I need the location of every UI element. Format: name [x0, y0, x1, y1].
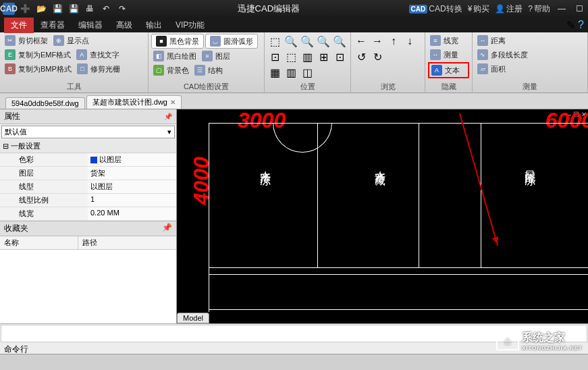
pos-btn-10[interactable]: ⊡ — [332, 49, 347, 64]
menu-vip[interactable]: VIP功能 — [169, 18, 211, 33]
help2-icon[interactable]: ? — [578, 19, 584, 32]
group-measure-label: 测量 — [475, 81, 585, 92]
fav-title: 收藏夹 — [4, 223, 28, 234]
model-tab[interactable]: Model — [177, 313, 209, 323]
cad-convert-link[interactable]: CAD CAD转换 — [409, 3, 462, 15]
pos-btn-7[interactable]: ⬚ — [284, 49, 298, 64]
close-tab-icon[interactable]: ✕ — [170, 99, 176, 106]
fav-col-path[interactable]: 路径 — [78, 236, 101, 249]
pos-btn-3[interactable]: 🔍 — [300, 34, 315, 49]
show-points-button[interactable]: ⊕显示点 — [51, 34, 91, 47]
bgcolor-icon: ▢ — [153, 65, 164, 76]
maximize-icon[interactable]: ☐ — [573, 3, 585, 15]
copy-emf-button[interactable]: E复制为EMF格式 — [3, 48, 73, 61]
structure-button[interactable]: ☰结构 — [192, 63, 225, 77]
prop-lineweight[interactable]: 线宽0.20 MM — [0, 207, 176, 221]
help-link[interactable]: ? 帮助 — [528, 3, 550, 15]
trim-clip-button[interactable]: □修剪光栅 — [75, 62, 122, 76]
pos-btn-6[interactable]: ⊡ — [267, 49, 282, 64]
minimize-icon[interactable]: — — [556, 3, 568, 15]
group-tools-label: 工具 — [3, 81, 145, 92]
redo-icon[interactable]: ↷ — [116, 3, 128, 15]
pos-btn-13[interactable]: ◫ — [300, 65, 315, 80]
pin2-icon[interactable]: 📌 — [162, 223, 172, 234]
black-bg-button[interactable]: ■黑色背景 — [151, 34, 204, 49]
distance-button[interactable]: ↔距离 — [475, 34, 585, 47]
measure-hide-button[interactable]: ↔测量 — [428, 48, 469, 61]
layers-button[interactable]: ≡图层 — [200, 49, 232, 63]
new-icon[interactable]: ➕ — [19, 3, 31, 15]
prop-linetype[interactable]: 线型以图层 — [0, 180, 176, 194]
structure-icon: ☰ — [194, 65, 205, 76]
buy-link[interactable]: ¥ 购买 — [468, 3, 490, 15]
menu-viewer[interactable]: 查看器 — [34, 18, 72, 33]
prop-color[interactable]: 色彩以图层 — [0, 153, 176, 167]
default-combo[interactable]: 默认值▾ — [1, 126, 175, 138]
nav-down[interactable]: ↓ — [402, 34, 417, 49]
emf-icon: E — [5, 49, 16, 60]
bw-plot-button[interactable]: ◧黑白绘图 — [151, 49, 198, 63]
text-button[interactable]: A文本 — [428, 62, 469, 78]
copy-bmp-button[interactable]: B复制为BMP格式 — [3, 62, 74, 76]
pos-btn-9[interactable]: ⊞ — [316, 49, 331, 64]
trim-icon: □ — [77, 63, 88, 74]
file-tab-2[interactable]: 某超市建筑设计图.dwg✕ — [86, 95, 182, 109]
pos-btn-1[interactable]: ⬚ — [267, 34, 282, 49]
title-bar: CAD ➕ 📂 💾 💾 🖶 ↶ ↷ 迅捷CAD编辑器 CAD CAD转换 ¥ 购… — [0, 0, 588, 18]
pos-btn-8[interactable]: ▥ — [300, 49, 315, 64]
find-text-button[interactable]: A查找文字 — [74, 48, 122, 61]
scissors-icon: ✂ — [5, 35, 16, 46]
area-button[interactable]: ▱面积 — [475, 62, 585, 76]
linewidth-button[interactable]: ≡线宽 — [428, 34, 469, 47]
menu-output[interactable]: 输出 — [139, 18, 169, 33]
undo-icon[interactable]: ↶ — [100, 3, 112, 15]
saveas-icon[interactable]: 💾 — [68, 3, 80, 15]
polyline-len-button[interactable]: ∿多段线长度 — [475, 48, 585, 61]
room-label-1: 水产冷冻 — [258, 162, 272, 167]
pos-btn-2[interactable]: 🔍 — [284, 34, 298, 49]
smooth-arc-button[interactable]: ◡圆滑弧形 — [205, 34, 258, 49]
rot-cw[interactable]: ↻ — [370, 49, 385, 64]
brush-icon[interactable]: ✎ — [566, 19, 575, 32]
group-drawcfg-label: CAD绘图设置 — [151, 81, 261, 92]
dim-6000: 6000 — [545, 109, 588, 133]
pline-icon: ∿ — [477, 49, 488, 60]
menu-advanced[interactable]: 高级 — [109, 18, 139, 33]
nav-right[interactable]: → — [370, 34, 385, 49]
pos-btn-12[interactable]: ▥ — [284, 65, 298, 80]
callout-arrow — [459, 113, 498, 246]
color-swatch — [90, 157, 97, 163]
pos-btn-11[interactable]: ▦ — [267, 65, 282, 80]
lw-icon: ≡ — [430, 35, 441, 46]
prop-layer[interactable]: 图层货架 — [0, 167, 176, 180]
prop-ltscale[interactable]: 线型比例1 — [0, 194, 176, 207]
area-icon: ▱ — [477, 63, 488, 74]
cut-frame-button[interactable]: ✂剪切框架 — [3, 34, 50, 47]
rot-ccw[interactable]: ↺ — [354, 49, 369, 64]
room-label-2: 水产冷藏 — [373, 162, 387, 167]
menu-file[interactable]: 文件 — [4, 18, 34, 33]
open-icon[interactable]: 📂 — [35, 3, 47, 15]
bw-icon: ◧ — [153, 51, 164, 61]
nav-up[interactable]: ↑ — [386, 34, 401, 49]
fav-col-name[interactable]: 名称 — [0, 236, 78, 249]
text-icon: A — [431, 65, 442, 76]
save-icon[interactable]: 💾 — [51, 3, 63, 15]
meas-icon: ↔ — [430, 49, 441, 60]
pos-btn-5[interactable]: 🔍 — [332, 34, 347, 49]
app-icon: CAD — [3, 3, 15, 15]
nav-left[interactable]: ← — [354, 34, 369, 49]
pos-btn-4[interactable]: 🔍 — [316, 34, 331, 49]
section-general[interactable]: ⊟ 一般设置 — [0, 140, 176, 153]
register-link[interactable]: 👤 注册 — [495, 3, 523, 15]
bg-color-button[interactable]: ▢背景色 — [151, 63, 191, 77]
group-browse-label: 浏览 — [354, 81, 422, 92]
pin-icon[interactable]: 📌 — [164, 113, 172, 120]
print-icon[interactable]: 🖶 — [84, 3, 96, 15]
cad-badge-icon: CAD — [409, 5, 428, 14]
menu-editor[interactable]: 编辑器 — [72, 18, 109, 33]
dim-4000: 4000 — [189, 157, 214, 205]
file-tab-1[interactable]: 594a0ddb9e58f.dwg — [5, 97, 85, 109]
points-icon: ⊕ — [53, 35, 64, 46]
drawing-canvas[interactable]: —☐✕ 3000 6000 4000 水产冷冻 水产冷藏 日配冷冻 Model — [177, 109, 588, 323]
